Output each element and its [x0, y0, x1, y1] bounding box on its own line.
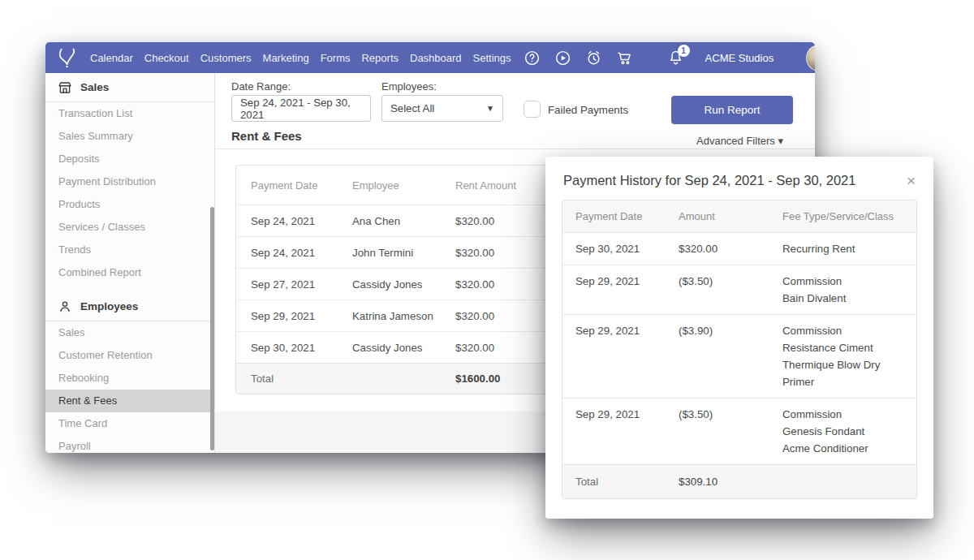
cell-amount: ($3.50): [679, 398, 782, 430]
notification-badge: 1: [678, 45, 690, 57]
nav-icon-group: [524, 50, 633, 67]
payment-table-total-row: Total $309.10: [562, 464, 916, 498]
top-navbar: CalendarCheckoutCustomersMarketingFormsR…: [45, 42, 815, 73]
failed-payments-checkbox[interactable]: [524, 101, 541, 118]
screenshot-stage: CalendarCheckoutCustomersMarketingFormsR…: [0, 0, 974, 560]
fee-line-commission: Commission: [782, 273, 907, 290]
nav-item-calendar[interactable]: Calendar: [90, 52, 133, 64]
cell-amount: ($3.90): [679, 315, 782, 347]
modal-header: Payment History for Sep 24, 2021 - Sep 3…: [545, 157, 933, 200]
cell-payment-date: Sep 29, 2021: [236, 310, 352, 322]
fee-line-commission: Commission: [782, 322, 907, 339]
cell-payment-date: Sep 30, 2021: [236, 342, 352, 354]
cell-payment-date: Sep 24, 2021: [236, 215, 352, 227]
payment-history-modal: Payment History for Sep 24, 2021 - Sep 3…: [545, 157, 933, 519]
sidebar-item-time-card[interactable]: Time Card: [45, 412, 214, 435]
reports-sidebar: Sales Transaction ListSales SummaryDepos…: [45, 73, 215, 453]
sidebar-item-sales[interactable]: Sales: [45, 321, 214, 344]
column-header-amount: Amount: [679, 200, 782, 232]
cell-payment-date: Sep 29, 2021: [562, 265, 679, 297]
payment-table-header: Payment DateAmountFee Type/Service/Class: [562, 200, 916, 233]
cart-icon[interactable]: [616, 50, 633, 67]
cell-payment-date: Sep 29, 2021: [562, 398, 679, 430]
table-row[interactable]: Sep 29, 2021($3.90)CommissionResistance …: [562, 314, 916, 398]
alarm-clock-icon[interactable]: [585, 50, 602, 67]
cell-employee: Cassidy Jones: [352, 278, 455, 291]
cell-employee: John Termini: [352, 247, 455, 259]
cell-fee-type: CommissionBain Divalent: [782, 265, 916, 314]
cell-employee: Ana Chen: [352, 215, 455, 227]
fee-line-thermique-blow-dry-primer: Thermique Blow Dry Primer: [782, 356, 907, 390]
sidebar-item-sales-summary[interactable]: Sales Summary: [45, 125, 214, 148]
employees-select-value: Select All: [390, 102, 434, 114]
sidebar-item-rebooking[interactable]: Rebooking: [45, 367, 214, 390]
notifications-bell[interactable]: 1: [667, 49, 684, 67]
nav-item-dashboard[interactable]: Dashboard: [410, 52, 462, 64]
cell-payment-date: Sep 27, 2021: [236, 278, 352, 291]
sidebar-item-services-classes[interactable]: Services / Classes: [45, 216, 214, 239]
advanced-filters-toggle[interactable]: Advanced Filters ▾: [696, 135, 783, 147]
play-video-icon[interactable]: [554, 50, 571, 67]
column-header-employee: Employee: [352, 179, 455, 192]
employees-select[interactable]: Select All ▼: [381, 95, 503, 122]
close-icon[interactable]: ×: [905, 173, 917, 188]
cell-employee: Cassidy Jones: [352, 342, 455, 354]
cell-payment-date: Sep 24, 2021: [236, 247, 352, 259]
sidebar-section-label: Sales: [80, 81, 109, 93]
modal-title: Payment History for Sep 24, 2021 - Sep 3…: [563, 173, 905, 188]
nav-item-marketing[interactable]: Marketing: [263, 52, 309, 64]
sidebar-item-payroll[interactable]: Payroll: [45, 435, 214, 453]
sidebar-section-label: Employees: [80, 300, 138, 312]
sidebar-item-products[interactable]: Products: [45, 193, 214, 216]
nav-menu: CalendarCheckoutCustomersMarketingFormsR…: [90, 52, 511, 64]
sidebar-section-sales: Sales: [45, 73, 214, 102]
user-avatar[interactable]: [806, 45, 815, 71]
cell-fee-type: Recurring Rent: [782, 233, 916, 265]
sidebar-item-combined-report[interactable]: Combined Report: [45, 261, 214, 284]
sidebar-item-payment-distribution[interactable]: Payment Distribution: [45, 170, 214, 193]
payment-history-table: Payment DateAmountFee Type/Service/Class…: [562, 200, 917, 499]
failed-payments-label: Failed Payments: [548, 104, 628, 116]
cell-payment-date: Sep 30, 2021: [562, 233, 679, 265]
sidebar-sales-items: Transaction ListSales SummaryDepositsPay…: [45, 102, 214, 284]
column-header-payment-date: Payment Date: [562, 200, 679, 232]
cell-fee-type: CommissionResistance CimentThermique Blo…: [782, 315, 916, 398]
nav-item-reports[interactable]: Reports: [361, 52, 399, 64]
fee-line-acme-conditioner: Acme Conditioner: [782, 440, 907, 457]
total-label: Total: [236, 373, 352, 385]
nav-item-forms[interactable]: Forms: [321, 52, 351, 64]
total-value: $309.10: [679, 465, 782, 498]
chevron-down-icon: ▼: [486, 104, 494, 113]
date-range-input[interactable]: Sep 24, 2021 - Sep 30, 2021: [231, 95, 371, 122]
table-row[interactable]: Sep 29, 2021($3.50)CommissionGenesis Fon…: [562, 398, 916, 464]
cell-payment-date: Sep 29, 2021: [562, 315, 679, 347]
nav-item-settings[interactable]: Settings: [473, 52, 511, 64]
cell-amount: $320.00: [679, 233, 782, 265]
fee-line-commission: Commission: [782, 406, 907, 423]
cell-fee-type: CommissionGenesis FondantAcme Conditione…: [782, 398, 916, 464]
cell-amount: ($3.50): [679, 265, 782, 297]
payment-table-body: Sep 30, 2021$320.00Recurring RentSep 29,…: [562, 233, 916, 464]
sidebar-item-transaction-list[interactable]: Transaction List: [45, 102, 214, 125]
sidebar-scrollbar[interactable]: [210, 207, 214, 450]
nav-item-checkout[interactable]: Checkout: [144, 52, 189, 64]
page-title: Rent & Fees: [231, 129, 302, 143]
help-icon[interactable]: [524, 50, 541, 67]
storefront-icon: [58, 80, 72, 95]
sidebar-item-deposits[interactable]: Deposits: [45, 148, 214, 170]
table-row[interactable]: Sep 29, 2021($3.50)CommissionBain Divale…: [562, 265, 916, 314]
total-label: Total: [562, 465, 679, 498]
nav-item-customers[interactable]: Customers: [200, 52, 252, 64]
run-report-button[interactable]: Run Report: [671, 96, 793, 124]
table-row[interactable]: Sep 30, 2021$320.00Recurring Rent: [562, 233, 916, 265]
column-header-fee-type-service-class: Fee Type/Service/Class: [782, 200, 916, 232]
date-range-label: Date Range:: [231, 80, 291, 93]
vagaro-logo-icon[interactable]: [55, 46, 80, 69]
business-name[interactable]: ACME Studios: [684, 52, 795, 64]
fee-line-recurring-rent: Recurring Rent: [782, 240, 907, 257]
sidebar-item-customer-retention[interactable]: Customer Retention: [45, 344, 214, 367]
fee-line-resistance-ciment: Resistance Ciment: [782, 339, 907, 356]
divider: [215, 149, 815, 149]
sidebar-item-rent-fees[interactable]: Rent & Fees: [45, 390, 214, 412]
sidebar-item-trends[interactable]: Trends: [45, 239, 214, 261]
